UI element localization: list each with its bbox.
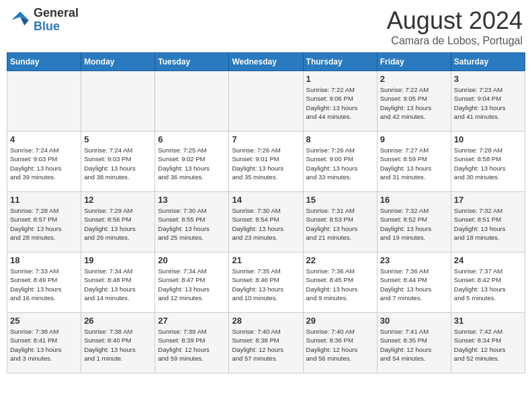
day-number: 21 <box>232 255 300 265</box>
calendar-cell: 5Sunrise: 7:24 AM Sunset: 9:03 PM Daylig… <box>81 132 155 192</box>
day-info: Sunrise: 7:26 AM Sunset: 9:01 PM Dayligh… <box>232 146 300 181</box>
calendar-cell: 4Sunrise: 7:24 AM Sunset: 9:03 PM Daylig… <box>7 132 81 192</box>
day-info: Sunrise: 7:28 AM Sunset: 8:58 PM Dayligh… <box>454 146 522 181</box>
day-info: Sunrise: 7:24 AM Sunset: 9:03 PM Dayligh… <box>84 146 152 181</box>
day-info: Sunrise: 7:38 AM Sunset: 8:41 PM Dayligh… <box>10 327 78 363</box>
day-info: Sunrise: 7:32 AM Sunset: 8:52 PM Dayligh… <box>380 206 448 242</box>
day-info: Sunrise: 7:23 AM Sunset: 9:04 PM Dayligh… <box>454 85 522 121</box>
calendar-cell: 15Sunrise: 7:31 AM Sunset: 8:53 PM Dayli… <box>303 192 377 253</box>
main-title: August 2024 <box>387 7 523 35</box>
header-row: SundayMondayTuesdayWednesdayThursdayFrid… <box>7 53 525 71</box>
calendar-cell: 13Sunrise: 7:30 AM Sunset: 8:55 PM Dayli… <box>155 192 229 253</box>
day-number: 24 <box>454 255 522 265</box>
col-header-sunday: Sunday <box>7 53 81 71</box>
day-number: 2 <box>380 74 448 84</box>
day-number: 10 <box>454 134 522 144</box>
day-info: Sunrise: 7:25 AM Sunset: 9:02 PM Dayligh… <box>158 146 226 181</box>
day-number: 6 <box>158 134 226 144</box>
day-info: Sunrise: 7:39 AM Sunset: 8:39 PM Dayligh… <box>158 327 226 363</box>
week-row-2: 4Sunrise: 7:24 AM Sunset: 9:03 PM Daylig… <box>7 132 525 192</box>
day-info: Sunrise: 7:40 AM Sunset: 8:38 PM Dayligh… <box>232 327 300 363</box>
day-info: Sunrise: 7:32 AM Sunset: 8:51 PM Dayligh… <box>454 206 522 242</box>
day-number: 20 <box>158 255 226 265</box>
calendar-cell: 17Sunrise: 7:32 AM Sunset: 8:51 PM Dayli… <box>451 192 525 253</box>
day-number: 15 <box>306 195 374 205</box>
calendar-cell: 27Sunrise: 7:39 AM Sunset: 8:39 PM Dayli… <box>155 313 229 373</box>
calendar-cell: 7Sunrise: 7:26 AM Sunset: 9:01 PM Daylig… <box>229 132 303 192</box>
col-header-thursday: Thursday <box>303 53 377 71</box>
calendar-cell: 21Sunrise: 7:35 AM Sunset: 8:46 PM Dayli… <box>229 253 303 313</box>
calendar-cell: 22Sunrise: 7:36 AM Sunset: 8:45 PM Dayli… <box>303 253 377 313</box>
calendar-cell: 19Sunrise: 7:34 AM Sunset: 8:48 PM Dayli… <box>81 253 155 313</box>
day-info: Sunrise: 7:36 AM Sunset: 8:44 PM Dayligh… <box>380 267 448 302</box>
day-number: 25 <box>10 316 78 326</box>
day-info: Sunrise: 7:30 AM Sunset: 8:54 PM Dayligh… <box>232 206 300 242</box>
day-number: 13 <box>158 195 226 205</box>
week-row-1: 1Sunrise: 7:22 AM Sunset: 9:06 PM Daylig… <box>7 71 525 132</box>
day-info: Sunrise: 7:35 AM Sunset: 8:46 PM Dayligh… <box>232 267 300 302</box>
day-number: 22 <box>306 255 374 265</box>
day-info: Sunrise: 7:29 AM Sunset: 8:56 PM Dayligh… <box>84 206 152 242</box>
day-info: Sunrise: 7:26 AM Sunset: 9:00 PM Dayligh… <box>306 146 374 181</box>
day-info: Sunrise: 7:41 AM Sunset: 8:35 PM Dayligh… <box>380 327 448 363</box>
day-number: 4 <box>10 134 78 144</box>
calendar-cell: 25Sunrise: 7:38 AM Sunset: 8:41 PM Dayli… <box>7 313 81 373</box>
day-number: 18 <box>10 255 78 265</box>
week-row-4: 18Sunrise: 7:33 AM Sunset: 8:49 PM Dayli… <box>7 253 525 313</box>
day-number: 9 <box>380 134 448 144</box>
calendar-cell <box>7 71 81 132</box>
day-info: Sunrise: 7:22 AM Sunset: 9:05 PM Dayligh… <box>380 85 448 121</box>
day-info: Sunrise: 7:38 AM Sunset: 8:40 PM Dayligh… <box>84 327 152 363</box>
day-number: 26 <box>84 316 152 326</box>
day-number: 3 <box>454 74 522 84</box>
calendar-cell <box>229 71 303 132</box>
day-number: 1 <box>306 74 374 84</box>
calendar-cell: 24Sunrise: 7:37 AM Sunset: 8:42 PM Dayli… <box>451 253 525 313</box>
day-info: Sunrise: 7:24 AM Sunset: 9:03 PM Dayligh… <box>10 146 78 181</box>
calendar-cell: 2Sunrise: 7:22 AM Sunset: 9:05 PM Daylig… <box>377 71 451 132</box>
col-header-friday: Friday <box>377 53 451 71</box>
day-number: 11 <box>10 195 78 205</box>
calendar-cell: 18Sunrise: 7:33 AM Sunset: 8:49 PM Dayli… <box>7 253 81 313</box>
day-number: 29 <box>306 316 374 326</box>
col-header-saturday: Saturday <box>451 53 525 71</box>
calendar-cell: 20Sunrise: 7:34 AM Sunset: 8:47 PM Dayli… <box>155 253 229 313</box>
calendar-cell: 10Sunrise: 7:28 AM Sunset: 8:58 PM Dayli… <box>451 132 525 192</box>
day-info: Sunrise: 7:22 AM Sunset: 9:06 PM Dayligh… <box>306 85 374 121</box>
calendar-cell: 1Sunrise: 7:22 AM Sunset: 9:06 PM Daylig… <box>303 71 377 132</box>
calendar-cell: 28Sunrise: 7:40 AM Sunset: 8:38 PM Dayli… <box>229 313 303 373</box>
day-number: 12 <box>84 195 152 205</box>
day-info: Sunrise: 7:34 AM Sunset: 8:47 PM Dayligh… <box>158 267 226 302</box>
calendar-cell <box>155 71 229 132</box>
logo: General Blue <box>9 7 79 34</box>
day-number: 19 <box>84 255 152 265</box>
day-number: 31 <box>454 316 522 326</box>
day-info: Sunrise: 7:36 AM Sunset: 8:45 PM Dayligh… <box>306 267 374 302</box>
day-number: 27 <box>158 316 226 326</box>
page-header: General Blue August 2024 Camara de Lobos… <box>7 7 525 47</box>
logo-blue: Blue <box>34 20 79 34</box>
calendar-cell: 3Sunrise: 7:23 AM Sunset: 9:04 PM Daylig… <box>451 71 525 132</box>
svg-marker-0 <box>11 11 29 20</box>
logo-icon <box>9 9 31 31</box>
col-header-wednesday: Wednesday <box>229 53 303 71</box>
day-info: Sunrise: 7:28 AM Sunset: 8:57 PM Dayligh… <box>10 206 78 242</box>
day-info: Sunrise: 7:37 AM Sunset: 8:42 PM Dayligh… <box>454 267 522 302</box>
day-info: Sunrise: 7:31 AM Sunset: 8:53 PM Dayligh… <box>306 206 374 242</box>
subtitle: Camara de Lobos, Portugal <box>387 35 523 47</box>
calendar-cell: 30Sunrise: 7:41 AM Sunset: 8:35 PM Dayli… <box>377 313 451 373</box>
calendar-cell: 31Sunrise: 7:42 AM Sunset: 8:34 PM Dayli… <box>451 313 525 373</box>
calendar-table: SundayMondayTuesdayWednesdayThursdayFrid… <box>7 52 525 373</box>
day-info: Sunrise: 7:27 AM Sunset: 8:59 PM Dayligh… <box>380 146 448 181</box>
col-header-monday: Monday <box>81 53 155 71</box>
day-info: Sunrise: 7:30 AM Sunset: 8:55 PM Dayligh… <box>158 206 226 242</box>
calendar-cell: 8Sunrise: 7:26 AM Sunset: 9:00 PM Daylig… <box>303 132 377 192</box>
col-header-tuesday: Tuesday <box>155 53 229 71</box>
calendar-cell: 26Sunrise: 7:38 AM Sunset: 8:40 PM Dayli… <box>81 313 155 373</box>
calendar-cell: 23Sunrise: 7:36 AM Sunset: 8:44 PM Dayli… <box>377 253 451 313</box>
calendar-cell: 16Sunrise: 7:32 AM Sunset: 8:52 PM Dayli… <box>377 192 451 253</box>
day-number: 28 <box>232 316 300 326</box>
day-info: Sunrise: 7:34 AM Sunset: 8:48 PM Dayligh… <box>84 267 152 302</box>
day-info: Sunrise: 7:33 AM Sunset: 8:49 PM Dayligh… <box>10 267 78 302</box>
week-row-5: 25Sunrise: 7:38 AM Sunset: 8:41 PM Dayli… <box>7 313 525 373</box>
